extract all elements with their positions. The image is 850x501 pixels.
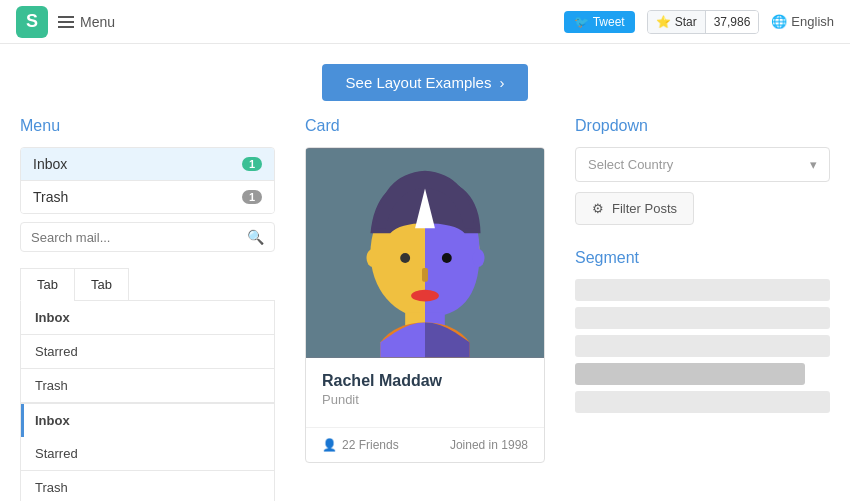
navbar-right: 🐦 Tweet ⭐ Star 37,986 🌐 English bbox=[564, 10, 834, 34]
trash-item[interactable]: Trash 1 bbox=[21, 181, 274, 213]
star-count: 37,986 bbox=[705, 11, 759, 33]
search-box[interactable]: 🔍 bbox=[20, 222, 275, 252]
profile-card: Rachel Maddaw Pundit 👤 22 Friends Joined… bbox=[305, 147, 545, 463]
star-label: Star bbox=[675, 15, 697, 29]
inbox-item[interactable]: Inbox 1 bbox=[21, 148, 274, 181]
banner: See Layout Examples › bbox=[0, 44, 850, 117]
language-label: English bbox=[791, 14, 834, 29]
tab-trash-item[interactable]: Trash bbox=[21, 369, 274, 403]
tab2-starred-item[interactable]: Starred bbox=[21, 437, 274, 471]
filter-icon: ⚙ bbox=[592, 201, 604, 216]
card-info: Rachel Maddaw Pundit bbox=[306, 358, 544, 427]
svg-point-9 bbox=[366, 249, 378, 267]
filter-label: Filter Posts bbox=[612, 201, 677, 216]
mail-list: Inbox 1 Trash 1 bbox=[20, 147, 275, 214]
card-name: Rachel Maddaw bbox=[322, 372, 528, 390]
svg-point-10 bbox=[473, 249, 485, 267]
github-star-widget: ⭐ Star 37,986 bbox=[647, 10, 760, 34]
inbox-badge: 1 bbox=[242, 157, 262, 171]
twitter-label: Tweet bbox=[593, 15, 625, 29]
tab-bar: Tab Tab bbox=[20, 268, 275, 301]
tab-inbox-item[interactable]: Inbox bbox=[21, 301, 274, 335]
inbox-label: Inbox bbox=[33, 156, 67, 172]
active-section: Inbox bbox=[21, 404, 274, 437]
navbar-left: S Menu bbox=[16, 6, 115, 38]
svg-point-6 bbox=[411, 290, 439, 302]
segment-section: Segment bbox=[575, 249, 830, 413]
country-select[interactable]: Select Country ▾ bbox=[575, 147, 830, 182]
globe-icon: 🌐 bbox=[771, 14, 787, 29]
tab-2-button[interactable]: Tab bbox=[74, 268, 129, 301]
star-button[interactable]: ⭐ Star bbox=[648, 11, 705, 33]
language-button[interactable]: 🌐 English bbox=[771, 14, 834, 29]
friends-icon: 👤 bbox=[322, 438, 337, 452]
card-avatar bbox=[306, 148, 544, 358]
menu-label: Menu bbox=[80, 14, 115, 30]
tab-section-2: Inbox Starred Trash bbox=[21, 403, 274, 501]
menu-panel: Menu Inbox 1 Trash 1 🔍 Tab Tab Inbox Sta… bbox=[20, 117, 275, 501]
app-logo: S bbox=[16, 6, 48, 38]
segment-bar-5 bbox=[575, 391, 830, 413]
twitter-button[interactable]: 🐦 Tweet bbox=[564, 11, 635, 33]
segment-bar-1 bbox=[575, 279, 830, 301]
hamburger-icon bbox=[58, 16, 74, 28]
layout-examples-label: See Layout Examples bbox=[346, 74, 492, 91]
navbar: S Menu 🐦 Tweet ⭐ Star 37,986 🌐 English bbox=[0, 0, 850, 44]
main-content: Menu Inbox 1 Trash 1 🔍 Tab Tab Inbox Sta… bbox=[0, 117, 850, 501]
search-input[interactable] bbox=[31, 230, 247, 245]
card-footer: 👤 22 Friends Joined in 1998 bbox=[306, 427, 544, 462]
tab2-inbox-item[interactable]: Inbox bbox=[24, 404, 274, 437]
segment-title: Segment bbox=[575, 249, 830, 267]
svg-point-3 bbox=[400, 253, 410, 263]
friends-count: 👤 22 Friends bbox=[322, 438, 399, 452]
trash-badge: 1 bbox=[242, 190, 262, 204]
segment-bar-3 bbox=[575, 335, 830, 357]
chevron-down-icon: ▾ bbox=[810, 157, 817, 172]
tab-starred-item[interactable]: Starred bbox=[21, 335, 274, 369]
svg-rect-5 bbox=[422, 268, 428, 282]
dropdown-section: Dropdown Select Country ▾ ⚙ Filter Posts bbox=[575, 117, 830, 225]
dropdown-title: Dropdown bbox=[575, 117, 830, 135]
trash-label: Trash bbox=[33, 189, 68, 205]
filter-posts-button[interactable]: ⚙ Filter Posts bbox=[575, 192, 694, 225]
svg-point-4 bbox=[442, 253, 452, 263]
tab2-trash-item[interactable]: Trash bbox=[21, 471, 274, 501]
segment-bar-2 bbox=[575, 307, 830, 329]
menu-button[interactable]: Menu bbox=[58, 14, 115, 30]
tab-1-button[interactable]: Tab bbox=[20, 268, 75, 301]
card-panel: Card bbox=[305, 117, 545, 501]
card-role: Pundit bbox=[322, 392, 528, 407]
segment-bars bbox=[575, 279, 830, 413]
joined-date: Joined in 1998 bbox=[450, 438, 528, 452]
chevron-right-icon: › bbox=[499, 74, 504, 91]
card-panel-title: Card bbox=[305, 117, 545, 135]
right-panel: Dropdown Select Country ▾ ⚙ Filter Posts… bbox=[575, 117, 830, 501]
tab-content: Inbox Starred Trash Inbox Starred Trash bbox=[20, 301, 275, 501]
layout-examples-button[interactable]: See Layout Examples › bbox=[322, 64, 529, 101]
menu-panel-title: Menu bbox=[20, 117, 275, 135]
avatar-illustration bbox=[306, 148, 544, 358]
star-icon: ⭐ bbox=[656, 15, 671, 29]
search-icon: 🔍 bbox=[247, 229, 264, 245]
segment-bar-4 bbox=[575, 363, 805, 385]
twitter-icon: 🐦 bbox=[574, 15, 589, 29]
country-placeholder: Select Country bbox=[588, 157, 673, 172]
